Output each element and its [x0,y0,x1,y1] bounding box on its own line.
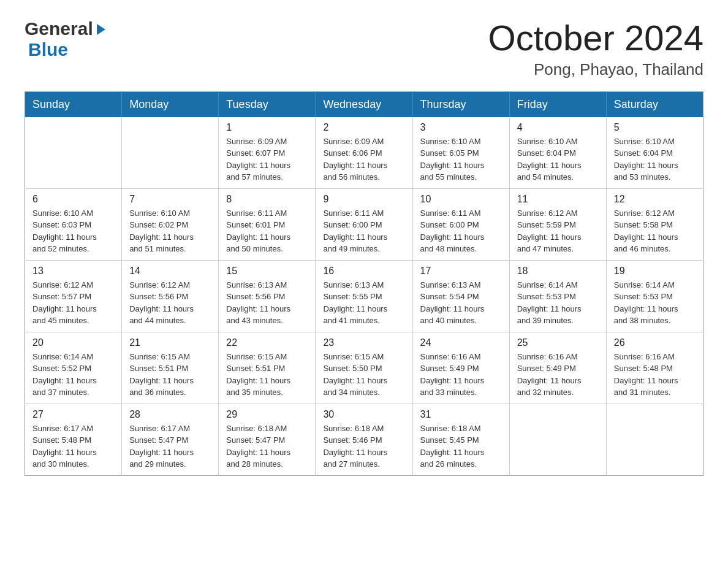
calendar-cell: 20Sunrise: 6:14 AM Sunset: 5:52 PM Dayli… [25,332,122,404]
calendar-cell: 24Sunrise: 6:16 AM Sunset: 5:49 PM Dayli… [412,332,509,404]
day-number: 5 [614,122,696,133]
calendar-cell: 18Sunrise: 6:14 AM Sunset: 5:53 PM Dayli… [509,260,606,332]
day-info: Sunrise: 6:10 AM Sunset: 6:04 PM Dayligh… [517,136,599,183]
day-info: Sunrise: 6:12 AM Sunset: 5:59 PM Dayligh… [517,207,599,255]
weekday-header-saturday: Saturday [606,91,703,117]
day-number: 31 [420,409,502,420]
day-info: Sunrise: 6:14 AM Sunset: 5:52 PM Dayligh… [32,351,114,399]
day-number: 28 [129,409,211,420]
day-info: Sunrise: 6:14 AM Sunset: 5:53 PM Dayligh… [517,279,599,327]
calendar-cell: 13Sunrise: 6:12 AM Sunset: 5:57 PM Dayli… [25,260,122,332]
day-number: 27 [32,409,114,420]
calendar-week-row: 20Sunrise: 6:14 AM Sunset: 5:52 PM Dayli… [25,332,703,404]
calendar-cell: 27Sunrise: 6:17 AM Sunset: 5:48 PM Dayli… [25,404,122,475]
day-info: Sunrise: 6:16 AM Sunset: 5:49 PM Dayligh… [517,351,599,399]
calendar-cell [606,404,703,475]
calendar-week-row: 27Sunrise: 6:17 AM Sunset: 5:48 PM Dayli… [25,404,703,475]
day-number: 22 [226,337,308,348]
calendar-cell: 19Sunrise: 6:14 AM Sunset: 5:53 PM Dayli… [606,260,703,332]
day-info: Sunrise: 6:14 AM Sunset: 5:53 PM Dayligh… [614,279,696,327]
calendar-cell: 14Sunrise: 6:12 AM Sunset: 5:56 PM Dayli… [122,260,219,332]
weekday-header-thursday: Thursday [412,91,509,117]
calendar-cell: 12Sunrise: 6:12 AM Sunset: 5:58 PM Dayli… [606,188,703,260]
day-number: 20 [32,337,114,348]
calendar-cell [509,404,606,475]
day-info: Sunrise: 6:15 AM Sunset: 5:51 PM Dayligh… [226,351,308,399]
day-number: 15 [226,266,308,277]
day-info: Sunrise: 6:11 AM Sunset: 6:00 PM Dayligh… [323,207,404,255]
day-number: 12 [614,194,696,205]
day-number: 25 [517,337,599,348]
calendar-cell: 31Sunrise: 6:18 AM Sunset: 5:45 PM Dayli… [412,404,509,475]
day-number: 19 [614,266,696,277]
month-title: October 2024 [488,18,703,58]
calendar-week-row: 13Sunrise: 6:12 AM Sunset: 5:57 PM Dayli… [25,260,703,332]
logo-arrow-icon [94,23,108,36]
calendar-cell: 10Sunrise: 6:11 AM Sunset: 6:00 PM Dayli… [412,188,509,260]
calendar-cell: 9Sunrise: 6:11 AM Sunset: 6:00 PM Daylig… [316,188,412,260]
calendar-cell: 5Sunrise: 6:10 AM Sunset: 6:04 PM Daylig… [606,117,703,189]
day-number: 14 [129,266,211,277]
day-number: 17 [420,266,502,277]
day-number: 6 [32,194,114,205]
weekday-header-sunday: Sunday [25,91,122,117]
day-number: 21 [129,337,211,348]
day-info: Sunrise: 6:17 AM Sunset: 5:47 PM Dayligh… [129,423,211,470]
calendar-header-row: SundayMondayTuesdayWednesdayThursdayFrid… [25,91,703,117]
day-number: 13 [32,266,114,277]
day-number: 1 [226,122,308,133]
day-number: 9 [323,194,404,205]
day-info: Sunrise: 6:12 AM Sunset: 5:58 PM Dayligh… [614,207,696,255]
calendar-cell: 11Sunrise: 6:12 AM Sunset: 5:59 PM Dayli… [509,188,606,260]
calendar-cell: 4Sunrise: 6:10 AM Sunset: 6:04 PM Daylig… [509,117,606,189]
day-info: Sunrise: 6:10 AM Sunset: 6:02 PM Dayligh… [129,207,211,255]
calendar-cell: 17Sunrise: 6:13 AM Sunset: 5:54 PM Dayli… [412,260,509,332]
svg-marker-0 [97,24,105,35]
calendar-cell: 6Sunrise: 6:10 AM Sunset: 6:03 PM Daylig… [25,188,122,260]
day-info: Sunrise: 6:09 AM Sunset: 6:06 PM Dayligh… [323,136,404,183]
weekday-header-wednesday: Wednesday [316,91,412,117]
day-info: Sunrise: 6:13 AM Sunset: 5:54 PM Dayligh… [420,279,502,327]
day-number: 24 [420,337,502,348]
day-number: 30 [323,409,404,420]
day-info: Sunrise: 6:10 AM Sunset: 6:03 PM Dayligh… [32,207,114,255]
day-number: 18 [517,266,599,277]
calendar-cell: 1Sunrise: 6:09 AM Sunset: 6:07 PM Daylig… [219,117,316,189]
day-number: 29 [226,409,308,420]
day-number: 10 [420,194,502,205]
calendar-cell: 2Sunrise: 6:09 AM Sunset: 6:06 PM Daylig… [316,117,412,189]
day-number: 26 [614,337,696,348]
day-number: 2 [323,122,404,133]
day-number: 3 [420,122,502,133]
day-number: 16 [323,266,404,277]
calendar-table: SundayMondayTuesdayWednesdayThursdayFrid… [25,91,703,476]
location-title: Pong, Phayao, Thailand [488,60,703,79]
day-info: Sunrise: 6:15 AM Sunset: 5:51 PM Dayligh… [129,351,211,399]
title-area: October 2024 Pong, Phayao, Thailand [488,18,703,79]
day-info: Sunrise: 6:11 AM Sunset: 6:00 PM Dayligh… [420,207,502,255]
day-info: Sunrise: 6:13 AM Sunset: 5:55 PM Dayligh… [323,279,404,327]
day-info: Sunrise: 6:10 AM Sunset: 6:05 PM Dayligh… [420,136,502,183]
calendar-cell: 26Sunrise: 6:16 AM Sunset: 5:48 PM Dayli… [606,332,703,404]
calendar-cell: 3Sunrise: 6:10 AM Sunset: 6:05 PM Daylig… [412,117,509,189]
page-header: General Blue October 2024 Pong, Phayao, … [25,18,703,79]
day-info: Sunrise: 6:12 AM Sunset: 5:57 PM Dayligh… [32,279,114,327]
logo-general-text: General [25,18,93,39]
day-number: 4 [517,122,599,133]
calendar-cell: 23Sunrise: 6:15 AM Sunset: 5:50 PM Dayli… [316,332,412,404]
day-info: Sunrise: 6:09 AM Sunset: 6:07 PM Dayligh… [226,136,308,183]
weekday-header-monday: Monday [122,91,219,117]
day-number: 8 [226,194,308,205]
calendar-week-row: 6Sunrise: 6:10 AM Sunset: 6:03 PM Daylig… [25,188,703,260]
calendar-cell [25,117,122,189]
day-number: 23 [323,337,404,348]
weekday-header-friday: Friday [509,91,606,117]
day-info: Sunrise: 6:11 AM Sunset: 6:01 PM Dayligh… [226,207,308,255]
calendar-cell: 22Sunrise: 6:15 AM Sunset: 5:51 PM Dayli… [219,332,316,404]
calendar-cell: 15Sunrise: 6:13 AM Sunset: 5:56 PM Dayli… [219,260,316,332]
weekday-header-tuesday: Tuesday [219,91,316,117]
calendar-cell: 7Sunrise: 6:10 AM Sunset: 6:02 PM Daylig… [122,188,219,260]
calendar-cell: 25Sunrise: 6:16 AM Sunset: 5:49 PM Dayli… [509,332,606,404]
day-info: Sunrise: 6:15 AM Sunset: 5:50 PM Dayligh… [323,351,404,399]
day-info: Sunrise: 6:16 AM Sunset: 5:48 PM Dayligh… [614,351,696,399]
